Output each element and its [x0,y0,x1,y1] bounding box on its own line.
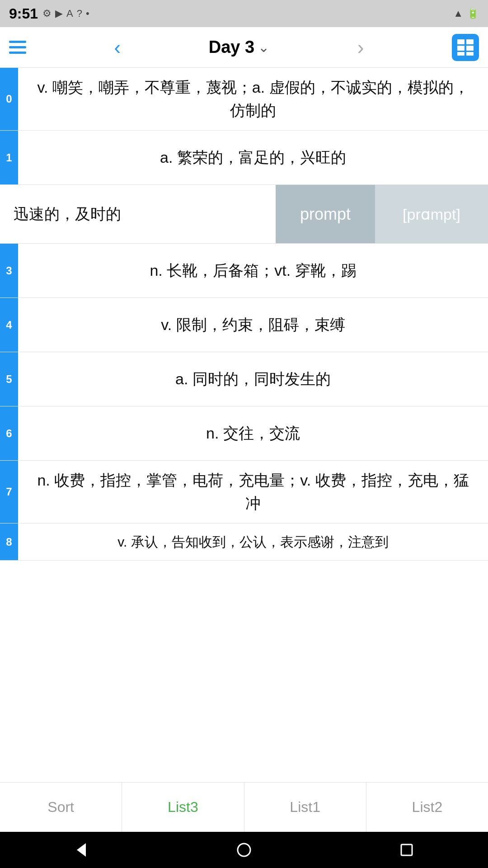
status-right-icons: ▲ 🔋 [453,8,479,19]
vocab-index-5: 5 [0,352,18,406]
svg-marker-6 [77,843,86,857]
forward-button[interactable]: › [357,38,364,57]
back-button[interactable]: ‹ [114,38,121,57]
nav-bar: ‹ Day 3 ⌄ › [0,27,488,68]
vocab-index-8: 8 [0,524,18,560]
tab-list3[interactable]: List3 [122,783,244,832]
status-icons: ⚙ ▶ A ? • [42,8,89,19]
dot-icon: • [86,8,89,19]
vocab-content-2[interactable]: 迅速的，及时的 prompt [prɑmpt] [0,185,488,243]
popup-phonetic: [prɑmpt] [375,185,488,243]
vocab-index-7: 7 [0,461,18,523]
vocab-content-1[interactable]: a. 繁荣的，富足的，兴旺的 [18,131,488,184]
status-time: 9:51 [9,5,38,22]
vocab-row[interactable]: 迅速的，及时的 prompt [prɑmpt] [0,185,488,244]
vocab-text-8: v. 承认，告知收到，公认，表示感谢，注意到 [117,532,388,552]
vocab-content-4[interactable]: v. 限制，约束，阻碍，束缚 [18,298,488,352]
vocab-content-0[interactable]: v. 嘲笑，嘲弄，不尊重，蔑视；a. 虚假的，不诚实的，模拟的，仿制的 [18,68,488,130]
play-icon: ▶ [55,8,63,19]
vocab-content-6[interactable]: n. 交往，交流 [18,406,488,460]
status-bar: 9:51 ⚙ ▶ A ? • ▲ 🔋 [0,0,488,27]
vocab-text-5: a. 同时的，同时发生的 [175,368,331,391]
svg-rect-5 [466,52,474,56]
vocab-text-2: 迅速的，及时的 [9,203,121,226]
android-back-button[interactable] [68,836,95,863]
vocab-row[interactable]: 1 a. 繁荣的，富足的，兴旺的 [0,131,488,185]
grid-view-button[interactable] [452,34,479,61]
vocab-content-7[interactable]: n. 收费，指控，掌管，电荷，充电量；v. 收费，指控，充电，猛冲 [18,461,488,523]
vocab-text-7: n. 收费，指控，掌管，电荷，充电量；v. 收费，指控，充电，猛冲 [32,469,474,515]
vocab-row[interactable]: 3 n. 长靴，后备箱；vt. 穿靴，踢 [0,244,488,298]
tab-list2[interactable]: List2 [366,783,488,832]
vocab-text-1: a. 繁荣的，富足的，兴旺的 [160,146,346,169]
battery-icon: 🔋 [467,8,479,19]
vocab-index-0: 0 [0,68,18,130]
vocab-content-5[interactable]: a. 同时的，同时发生的 [18,352,488,406]
vocab-list: 0 v. 嘲笑，嘲弄，不尊重，蔑视；a. 虚假的，不诚实的，模拟的，仿制的 1 … [0,68,488,561]
vocab-row[interactable]: 0 v. 嘲笑，嘲弄，不尊重，蔑视；a. 虚假的，不诚实的，模拟的，仿制的 [0,68,488,131]
vocab-row[interactable]: 7 n. 收费，指控，掌管，电荷，充电量；v. 收费，指控，充电，猛冲 [0,461,488,524]
day-title-dropdown[interactable]: Day 3 ⌄ [209,38,269,57]
vocab-index-3: 3 [0,244,18,297]
vocab-index-4: 4 [0,298,18,352]
vocab-row[interactable]: 5 a. 同时的，同时发生的 [0,352,488,406]
popup-word: prompt [276,185,375,243]
signal-bars-icon: ▲ [453,8,463,19]
android-nav-bar [0,832,488,868]
svg-point-7 [238,844,250,856]
vocab-content-8[interactable]: v. 承认，告知收到，公认，表示感谢，注意到 [18,524,488,560]
android-home-button[interactable] [230,836,258,863]
vocab-index-6: 6 [0,406,18,460]
vocab-text-6: n. 交往，交流 [206,422,300,445]
font-icon: A [66,8,73,19]
svg-rect-4 [457,52,465,56]
svg-rect-2 [457,46,465,51]
vocab-text-0: v. 嘲笑，嘲弄，不尊重，蔑视；a. 虚假的，不诚实的，模拟的，仿制的 [32,76,474,122]
table-icon [456,38,474,57]
back-triangle-icon [72,841,90,859]
vocab-row[interactable]: 8 v. 承认，告知收到，公认，表示感谢，注意到 [0,524,488,561]
home-circle-icon [235,841,253,859]
signal-icon: ? [77,8,82,19]
tab-sort[interactable]: Sort [0,783,122,832]
vocab-row[interactable]: 4 v. 限制，约束，阻碍，束缚 [0,298,488,352]
vocab-content-3[interactable]: n. 长靴，后备箱；vt. 穿靴，踢 [18,244,488,297]
chevron-down-icon: ⌄ [258,39,269,55]
vocab-text-3: n. 长靴，后备箱；vt. 穿靴，踢 [150,259,356,282]
svg-rect-0 [457,39,465,44]
bottom-tab-bar: Sort List3 List1 List2 [0,782,488,832]
nav-title: Day 3 [209,38,254,57]
hamburger-menu-button[interactable] [9,41,26,54]
vocab-text-4: v. 限制，约束，阻碍，束缚 [161,313,345,336]
vocab-index-1: 1 [0,131,18,184]
svg-rect-3 [466,46,474,51]
tab-list1[interactable]: List1 [244,783,366,832]
android-recents-button[interactable] [393,836,420,863]
vocab-popup-overlay: prompt [prɑmpt] [276,185,488,243]
vocab-row[interactable]: 6 n. 交往，交流 [0,406,488,461]
svg-rect-1 [466,39,474,44]
svg-rect-8 [401,844,412,855]
recents-square-icon [398,841,416,859]
gear-icon: ⚙ [42,8,52,19]
